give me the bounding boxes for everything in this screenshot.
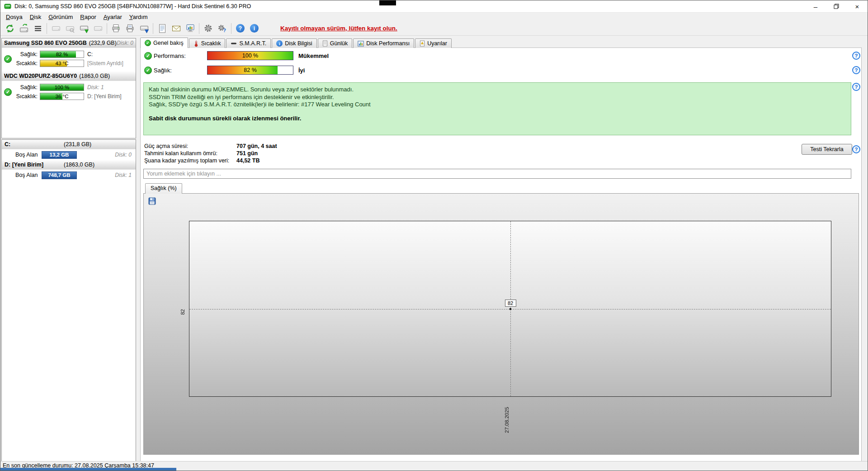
thermometer-icon (193, 40, 199, 47)
alerts-page-icon (420, 40, 425, 47)
tab-label: Sıcaklık (201, 40, 221, 47)
stat-label: Tahmini kalan kullanım ömrü: (144, 150, 236, 157)
partition-header[interactable]: D: [Yeni Birim] (1863,0 GB) (2, 160, 136, 170)
retest-button[interactable]: Testi Tekrarla (802, 144, 852, 155)
health-rating: İyi (298, 67, 305, 74)
tab-label: Günlük (330, 40, 348, 47)
tab-label: S.M.A.R.T. (239, 40, 266, 47)
help-icon[interactable]: ? (233, 22, 247, 35)
help-icon[interactable]: ? (852, 83, 860, 91)
close-button[interactable]: × (847, 0, 868, 12)
smart-chip-icon (231, 40, 237, 47)
detect-disks-icon[interactable] (17, 22, 31, 35)
disk-size: (232,9 GB) (89, 40, 117, 46)
drive-arrow-green-icon[interactable] (77, 22, 91, 35)
toolbar: ? ? i Kayıtlı olmayan sürüm, lütfen kayı… (0, 21, 868, 36)
chart-panel: 82 82 27.08.2025 (143, 193, 859, 455)
help-icon[interactable]: ? (852, 145, 860, 153)
health-bar: 82 % (40, 51, 84, 58)
x-axis-tick: 27.08.2025 (504, 400, 509, 433)
main-tabstrip: ✓ Genel bakış Sıcaklık S.M.A.R.T. i Disk… (140, 38, 453, 48)
menu-ayarlar[interactable]: Ayarlar (100, 13, 126, 21)
tab-uyarilar[interactable]: Uyarılar (415, 38, 452, 48)
menu-gorunum[interactable]: Görünüm (45, 13, 76, 21)
drive-icon (49, 22, 63, 35)
report-icon[interactable] (155, 22, 169, 35)
restore-button[interactable] (826, 0, 847, 12)
menu-dosya[interactable]: Dosya (2, 13, 26, 21)
info-icon[interactable]: i (247, 22, 261, 35)
tab-label: Uyarılar (427, 40, 447, 47)
stat-value: 751 gün (236, 150, 258, 157)
health-bar: 100 % (40, 84, 84, 91)
menu-disk[interactable]: Disk (26, 13, 45, 21)
drive-arrow-blue-icon[interactable] (137, 22, 151, 35)
health-label: Sağlık: (14, 51, 38, 57)
partition-entry-0[interactable]: C: (231,8 GB) Boş Alan 13,2 GB Disk: 0 (2, 140, 136, 160)
health-row: Sağlık: 82 % C: (14, 50, 136, 59)
tab-label: Genel bakış (153, 40, 184, 46)
disk-entry-1[interactable]: WDC WD20PURZ-85GU6Y0 (1863,0 GB) ✓ Sağlı… (2, 71, 136, 105)
performance-bar: 100 % (207, 51, 293, 60)
tab-disk-performansi[interactable]: Disk Performansı (353, 38, 414, 48)
data-point (509, 308, 511, 310)
chart-tab-health[interactable]: Sağlık (%) (145, 183, 182, 194)
temperature-bar: 43 °C (40, 60, 84, 67)
tab-sicaklik[interactable]: Sıcaklık (189, 38, 226, 48)
window-title: Disk: 0, Samsung SSD 860 EVO 250GB [S4BF… (14, 3, 251, 10)
partition-header[interactable]: C: (231,8 GB) (2, 140, 136, 149)
free-space-value: 748,7 GB (42, 172, 76, 179)
health-value: 82 % (40, 51, 84, 57)
menu-list-icon[interactable] (31, 22, 45, 35)
menu-yardim[interactable]: Yardım (126, 13, 151, 21)
disk-id-note: Disk: 0 (115, 152, 132, 158)
register-link[interactable]: Kayıtlı olmayan sürüm, lütfen kayıt olun… (280, 25, 397, 32)
status-ok-icon: ✓ (4, 55, 12, 63)
save-chart-button[interactable] (147, 196, 157, 206)
disk-entry-0[interactable]: Samsung SSD 860 EVO 250GB (232,9 GB) Dis… (2, 38, 136, 71)
disk-id: Disk: 0 (117, 40, 133, 46)
status-ok-icon: ✓ (4, 88, 12, 96)
partition-size: (1863,0 GB) (64, 162, 94, 168)
menubar: Dosya Disk Görünüm Rapor Ayarlar Yardım (0, 13, 868, 21)
statusbar: En son güncelleme durumu: 27.08.2025 Çar… (0, 461, 868, 471)
app-window: Disk: 0, Samsung SSD 860 EVO 250GB [S4BF… (0, 0, 868, 471)
help-icon[interactable]: ? (852, 52, 860, 60)
gear-help-icon[interactable]: ? (215, 22, 229, 35)
disk-body: ✓ Sağlık: 100 % Disk: 1 Sıcaklık: (2, 81, 136, 105)
settings-gear-icon[interactable] (201, 22, 215, 35)
email-icon[interactable] (169, 22, 183, 35)
disk-header[interactable]: Samsung SSD 860 EVO 250GB (232,9 GB) Dis… (2, 38, 136, 48)
y-axis-tick: 82 (180, 304, 185, 319)
toolbar-separator (199, 23, 199, 34)
partition-entry-1[interactable]: D: [Yeni Birim] (1863,0 GB) Boş Alan 748… (2, 160, 136, 181)
monitor-icon[interactable] (183, 22, 197, 35)
tab-disk-bilgisi[interactable]: i Disk Bilgisi (272, 38, 316, 48)
performance-label: Performans: (154, 52, 207, 59)
free-space-label: Boş Alan (15, 152, 42, 158)
print-report-icon[interactable] (123, 22, 137, 35)
tab-genel-bakis[interactable]: ✓ Genel bakış (140, 38, 188, 48)
log-page-icon (322, 40, 328, 47)
help-icon[interactable]: ? (852, 66, 860, 74)
tab-gunluk[interactable]: Günlük (318, 38, 353, 48)
temperature-value: 43 °C (40, 60, 84, 67)
minimize-button[interactable]: – (805, 0, 826, 12)
disk-header[interactable]: WDC WD20PURZ-85GU6Y0 (1863,0 GB) (2, 71, 136, 81)
printer-icon[interactable] (109, 22, 123, 35)
health-label: Sağlık: (154, 67, 207, 74)
comment-input[interactable] (143, 169, 851, 179)
tab-label: Disk Bilgisi (285, 40, 312, 47)
menu-rapor[interactable]: Rapor (76, 13, 99, 21)
performance-rating: Mükemmel (298, 52, 329, 59)
free-space-bar: 13,2 GB (42, 151, 77, 159)
health-history-plot[interactable]: 82 (189, 221, 831, 397)
partition-list-panel: C: (231,8 GB) Boş Alan 13,2 GB Disk: 0 D… (1, 139, 136, 461)
partition-name: D: [Yeni Birim] (5, 162, 43, 168)
tab-smart[interactable]: S.M.A.R.T. (226, 38, 271, 48)
performance-chart-icon (358, 41, 364, 47)
free-space-row: Boş Alan 748,7 GB Disk: 1 (2, 170, 136, 181)
refresh-icon[interactable] (3, 22, 17, 35)
status-progress-strip (0, 468, 176, 471)
titlebar[interactable]: Disk: 0, Samsung SSD 860 EVO 250GB [S4BF… (0, 0, 868, 13)
